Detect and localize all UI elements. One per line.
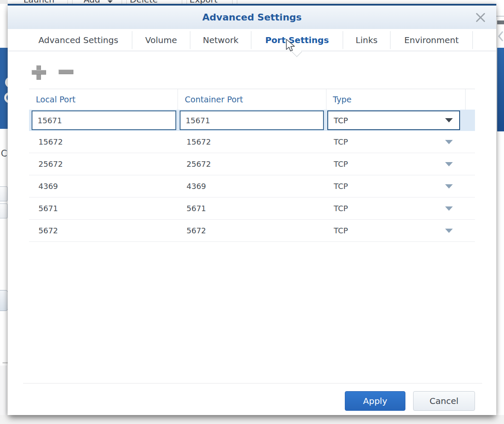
background-field-fragment bbox=[0, 186, 8, 201]
tab-network[interactable]: Network bbox=[190, 31, 251, 49]
type-cell: TCP bbox=[326, 160, 348, 168]
advanced-settings-dialog: Advanced Settings Advanced Settings Volu… bbox=[8, 4, 496, 415]
remove-port-button[interactable] bbox=[58, 70, 73, 74]
column-header-type: Type bbox=[326, 89, 466, 110]
caret-down-icon bbox=[108, 0, 113, 3]
local-port-input[interactable] bbox=[32, 110, 176, 130]
arrow-cursor-icon bbox=[286, 39, 296, 53]
container-port-cell: 5671 bbox=[178, 204, 326, 213]
background-bottom-strip bbox=[0, 415, 504, 424]
background-scrollbar-fragment bbox=[497, 20, 504, 24]
toolbar-divider bbox=[186, 0, 187, 4]
export-button[interactable]: Export bbox=[189, 0, 217, 4]
background-text-fragment: C bbox=[1, 148, 7, 159]
launch-button[interactable]: Launch bbox=[23, 0, 54, 4]
type-cell: TCP bbox=[326, 204, 348, 213]
background-button-fragment bbox=[0, 290, 8, 311]
column-header-spacer bbox=[466, 89, 475, 110]
add-port-button[interactable] bbox=[31, 65, 47, 80]
background-banner-left bbox=[0, 48, 8, 129]
toolbar-divider bbox=[122, 0, 122, 4]
type-cell: TCP bbox=[326, 226, 348, 235]
background-divider-fragment bbox=[3, 362, 8, 363]
cancel-button[interactable]: Cancel bbox=[413, 391, 475, 411]
caret-down-icon bbox=[445, 229, 453, 233]
close-icon bbox=[475, 12, 486, 23]
column-header-local-port: Local Port bbox=[29, 89, 178, 110]
plus-icon bbox=[32, 70, 46, 75]
type-cell: TCP bbox=[326, 182, 348, 191]
caret-down-icon bbox=[445, 140, 453, 144]
background-field-fragment bbox=[0, 203, 8, 218]
type-dropdown-value: TCP bbox=[334, 116, 348, 125]
table-row[interactable]: 25672 25672 TCP bbox=[29, 153, 475, 175]
background-toolbar: Launch Add Delete Export bbox=[8, 0, 496, 4]
container-port-input[interactable] bbox=[180, 110, 324, 130]
table-row-editing[interactable]: TCP bbox=[29, 110, 475, 131]
toolbar-divider bbox=[72, 0, 73, 4]
apply-button[interactable]: Apply bbox=[345, 391, 405, 411]
background-banner-right bbox=[497, 48, 504, 131]
table-row[interactable]: 5672 5672 TCP bbox=[29, 220, 475, 242]
background-panel-edge bbox=[0, 366, 6, 415]
background-window-corner bbox=[0, 0, 8, 4]
type-dropdown[interactable]: TCP bbox=[327, 110, 460, 130]
dialog-header: Advanced Settings bbox=[8, 6, 496, 29]
local-port-cell: 25672 bbox=[29, 160, 178, 168]
column-header-container-port: Container Port bbox=[178, 89, 326, 110]
local-port-cell: 5672 bbox=[29, 226, 178, 235]
toolbar-divider bbox=[67, 0, 68, 4]
tab-port-settings[interactable]: Port Settings bbox=[251, 31, 343, 49]
container-port-cell: 15672 bbox=[178, 137, 326, 146]
local-port-cell: 4369 bbox=[29, 182, 178, 191]
container-port-cell: 5672 bbox=[178, 226, 326, 235]
toolbar-divider bbox=[237, 0, 237, 4]
port-settings-table: Local Port Container Port Type TCP 15672… bbox=[29, 89, 475, 242]
chevron-left-icon bbox=[498, 31, 504, 42]
container-port-cell: 4369 bbox=[178, 182, 326, 191]
background-divider-fragment bbox=[496, 16, 504, 17]
toolbar-divider bbox=[126, 0, 127, 4]
local-port-cell: 5671 bbox=[29, 204, 178, 213]
tab-volume[interactable]: Volume bbox=[132, 31, 190, 49]
local-port-cell: 15672 bbox=[29, 137, 178, 146]
delete-button[interactable]: Delete bbox=[130, 0, 158, 4]
toolbar-divider bbox=[182, 0, 182, 4]
table-header-row: Local Port Container Port Type bbox=[29, 89, 475, 110]
caret-down-icon bbox=[445, 206, 453, 211]
container-port-cell: 25672 bbox=[178, 160, 326, 168]
table-row[interactable]: 5671 5671 TCP bbox=[29, 197, 475, 220]
table-row[interactable]: 4369 4369 TCP bbox=[29, 175, 475, 197]
toolbar-divider bbox=[232, 0, 233, 4]
tab-advanced-settings[interactable]: Advanced Settings bbox=[25, 31, 132, 49]
add-button[interactable]: Add bbox=[84, 0, 100, 4]
close-button[interactable] bbox=[474, 11, 487, 24]
screen: { "background": { "toolbar_items": ["Lau… bbox=[0, 0, 504, 424]
dialog-title: Advanced Settings bbox=[8, 6, 496, 29]
container-logo-ring-icon bbox=[4, 92, 8, 103]
caret-down-icon bbox=[445, 118, 453, 122]
tab-environment[interactable]: Environment bbox=[390, 31, 473, 49]
tab-links[interactable]: Links bbox=[343, 31, 390, 49]
caret-down-icon bbox=[445, 184, 453, 189]
dialog-tab-bar: Advanced Settings Volume Network Port Se… bbox=[8, 29, 496, 51]
footer-divider bbox=[23, 383, 482, 383]
type-cell: TCP bbox=[326, 137, 348, 146]
caret-down-icon bbox=[445, 162, 453, 166]
table-row[interactable]: 15672 15672 TCP bbox=[29, 131, 475, 153]
